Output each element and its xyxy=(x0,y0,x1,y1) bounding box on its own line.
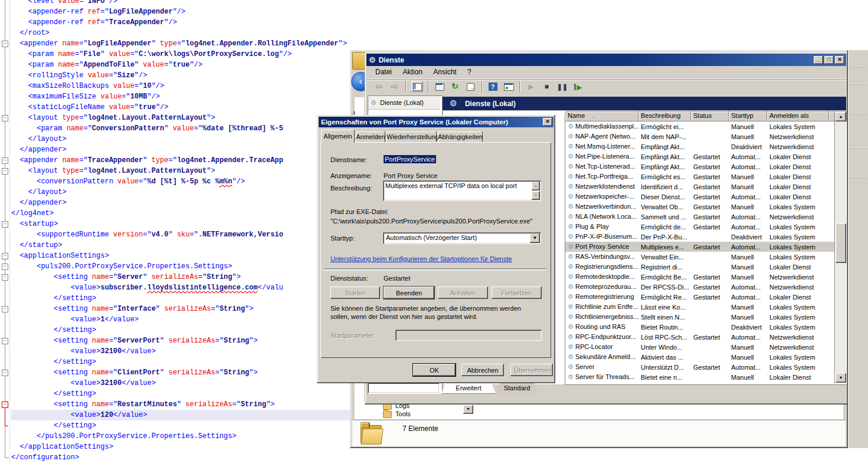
column-header-status[interactable]: Status xyxy=(691,111,729,121)
scroll-up-icon[interactable]: ▲ xyxy=(836,112,846,121)
fold-toggle-icon[interactable]: − xyxy=(2,306,8,312)
extended-view-icon[interactable]: ▶ xyxy=(503,81,515,92)
code-text[interactable]: <level value="INFO"/> <appender-ref ref=… xyxy=(11,0,351,463)
tree-item-tools[interactable]: Tools xyxy=(383,410,411,419)
code-line[interactable]: <puls200.PortProxyService.Properties.Set… xyxy=(11,261,351,272)
service-row[interactable]: ⚙ Plug & PlayErmöglicht de...GestartetAu… xyxy=(565,222,834,232)
code-line[interactable]: <setting name="RestartMinutes" serialize… xyxy=(11,399,351,410)
dialog-close-icon[interactable]: ✕ xyxy=(543,118,552,126)
scrollbar-thumb[interactable] xyxy=(836,223,846,263)
scroll-down-icon[interactable]: ▼ xyxy=(836,373,846,383)
service-row[interactable]: ⚙ Richtlinienergebniss...Stellt einen N.… xyxy=(565,312,834,322)
code-line[interactable]: <value>32100</value> xyxy=(11,378,351,389)
code-line[interactable]: </setting> xyxy=(11,357,351,367)
startparameter-input[interactable] xyxy=(395,330,542,341)
services-titlebar[interactable]: ⚙ Dienste _ □ ✕ xyxy=(366,54,846,66)
dialog-titlebar[interactable]: Eigenschaften von Port Proxy Service (Lo… xyxy=(319,117,553,127)
code-line[interactable]: </setting> xyxy=(11,420,351,431)
fold-toggle-icon[interactable]: − xyxy=(2,264,8,270)
column-header-beschreibung[interactable]: Beschreibung xyxy=(638,111,691,121)
code-line[interactable]: <setting name="Server" serializeAs="Stri… xyxy=(11,272,351,282)
refresh-icon[interactable]: ↻ xyxy=(449,81,461,92)
abbrechen-button[interactable]: Abbrechen xyxy=(461,364,504,376)
forward-icon[interactable]: ⇨ xyxy=(389,81,401,92)
menu-aktion[interactable]: Aktion xyxy=(398,66,426,78)
service-row[interactable]: ⚙ Netzwerkverbindun...Verwaltet Ob...Ges… xyxy=(565,202,834,212)
scroll-up-icon[interactable]: ▲ xyxy=(532,182,540,190)
code-line[interactable]: </setting> xyxy=(11,325,351,335)
dienstname-value[interactable]: PortProxyService xyxy=(384,155,436,163)
service-row[interactable]: ⚙ Remoteprozedurau...Der RPCSS-Di...Gest… xyxy=(565,282,834,292)
tab-standard[interactable]: Standard xyxy=(496,383,538,393)
code-line[interactable]: <layout type="log4net.Layout.PatternLayo… xyxy=(11,166,351,176)
code-line[interactable]: <startup> xyxy=(11,219,351,229)
code-line[interactable]: <applicationSettings> xyxy=(11,251,351,261)
code-line[interactable]: </layout> xyxy=(11,187,351,198)
code-line[interactable]: </appender> xyxy=(11,144,351,155)
services-scrollbar[interactable]: ▲ ▼ xyxy=(834,111,847,383)
code-line[interactable]: </startup> xyxy=(11,240,351,251)
column-header-starttyp[interactable]: Starttyp xyxy=(729,111,767,121)
menu-datei[interactable]: Datei xyxy=(371,66,396,78)
code-line[interactable]: <maxSizeRollBackups value="10"/> xyxy=(11,81,351,91)
tab-allgemein[interactable]: Allgemein xyxy=(321,130,355,143)
fold-toggle-icon[interactable]: − xyxy=(2,402,8,408)
starttyp-combobox[interactable]: Automatisch (Verzögerter Start) ▼ xyxy=(383,232,541,244)
service-row[interactable]: ⚙ Routing und RASBietet Routin...Deaktiv… xyxy=(565,322,834,332)
service-row[interactable]: ⚙ Netzwerkspeicher-...Dieser Dienst...Ge… xyxy=(565,192,834,202)
code-line[interactable]: <setting name="Interface" serializeAs="S… xyxy=(11,304,351,314)
tab-anmelden[interactable]: Anmelden xyxy=(356,131,385,143)
service-row[interactable]: ⚙ RPC-Endpunktzuor...Löst RPC-Sch...Gest… xyxy=(565,332,834,342)
code-line[interactable]: <staticLogFileName value="true"/> xyxy=(11,102,351,113)
code-line[interactable]: </layout> xyxy=(11,134,351,144)
dropdown-arrow-button[interactable]: ▼ xyxy=(463,405,473,414)
service-row[interactable]: ⚙ NetzwerklistendienstIdentifiziert d...… xyxy=(565,182,834,192)
beschreibung-textbox[interactable]: Multiplexes external TCP/IP data on loca… xyxy=(383,180,541,201)
console-tree-icon[interactable] xyxy=(411,81,423,92)
fold-margin[interactable]: −−−−−−−−−−−− xyxy=(0,0,9,464)
code-line[interactable]: <supportedRuntime version="v4.0" sku=".N… xyxy=(11,229,351,240)
uebernehmen-button[interactable]: Übernehmen xyxy=(510,364,553,376)
console-tree-root-tab[interactable]: ⚙ Dienste (Lokal) xyxy=(368,97,440,110)
code-line[interactable]: <layout type="log4net.Layout.PatternLayo… xyxy=(11,113,351,123)
minimize-button[interactable]: _ xyxy=(814,56,823,64)
startoptions-help-link[interactable]: Unterstützung beim Konfigurieren der Sta… xyxy=(330,255,512,262)
tab-abhaengigkeiten[interactable]: Abhängigkeiten xyxy=(438,131,483,143)
fold-toggle-icon[interactable]: − xyxy=(2,41,8,47)
fold-toggle-icon[interactable]: − xyxy=(2,221,8,228)
service-row[interactable]: ⚙ Server für Threads...Bietet eine n...M… xyxy=(565,372,834,382)
fold-toggle-icon[interactable]: − xyxy=(2,115,8,121)
code-line[interactable]: <setting name="ClientPort" serializeAs="… xyxy=(11,367,351,378)
code-line[interactable]: </puls200.PortProxyService.Properties.Se… xyxy=(11,431,351,442)
code-line[interactable]: <appender-ref ref="TraceAppender"/> xyxy=(11,17,351,28)
service-row[interactable]: ⚙ Registrierungsdiens...Registriert di..… xyxy=(565,262,834,272)
code-line[interactable]: </root> xyxy=(11,28,351,38)
code-line[interactable]: <appender-ref ref="LogFileAppender"/> xyxy=(11,6,351,17)
menu-help[interactable]: ? xyxy=(463,66,476,78)
properties-icon[interactable] xyxy=(434,81,446,92)
code-line[interactable]: <rollingStyle value="Size"/> xyxy=(11,70,351,81)
fold-toggle-icon[interactable]: − xyxy=(2,253,8,259)
fold-toggle-icon[interactable]: − xyxy=(2,370,8,376)
maximize-button[interactable]: □ xyxy=(824,56,834,64)
service-row[interactable]: ⚙ PnP-X-IP-Busenum...Der PnP-X-Bu...Deak… xyxy=(565,232,834,242)
tab-wiederherstellung[interactable]: Wiederherstellung xyxy=(386,131,437,143)
column-header-name[interactable]: Name ▲ xyxy=(565,111,638,121)
code-line[interactable]: <param name="File" value="C:\work\logs\P… xyxy=(11,49,351,60)
code-line[interactable]: <value>32100</value> xyxy=(11,346,351,357)
ok-button[interactable]: OK xyxy=(413,364,456,376)
code-line[interactable]: </applicationSettings> xyxy=(11,442,351,452)
code-line[interactable]: <appender name="TraceAppender" type="log… xyxy=(11,155,351,166)
service-row[interactable]: ⚙ RPC-LocatorUnter Windo...ManuellNetzwe… xyxy=(565,342,834,352)
fortsetzen-button[interactable]: Fortsetzen xyxy=(492,287,542,299)
beenden-button[interactable]: Beenden xyxy=(384,287,434,299)
service-row[interactable]: ⚙ Richtlinie zum Entfe...Lässt eine Ko..… xyxy=(565,302,834,312)
service-row[interactable]: ⚙ RemoteregistrierungErmöglicht Re...Ges… xyxy=(565,292,834,302)
service-row[interactable]: ⚙ Net.Tcp-Listenerad...Empfängt Akt...Ge… xyxy=(565,162,834,172)
service-row[interactable]: ⚙ Net.Pipe-Listenera...Empfängt Akt...Ge… xyxy=(565,152,834,162)
code-line[interactable]: <param name="ConversionPattern" value="%… xyxy=(11,123,351,134)
service-row[interactable]: ⚙ Net.Tcp-Portfreiga...Ermöglicht es...G… xyxy=(565,172,834,182)
fold-toggle-icon[interactable]: − xyxy=(2,168,8,175)
close-button[interactable]: ✕ xyxy=(835,56,844,64)
restart-service-icon[interactable]: ▶ xyxy=(572,81,584,92)
